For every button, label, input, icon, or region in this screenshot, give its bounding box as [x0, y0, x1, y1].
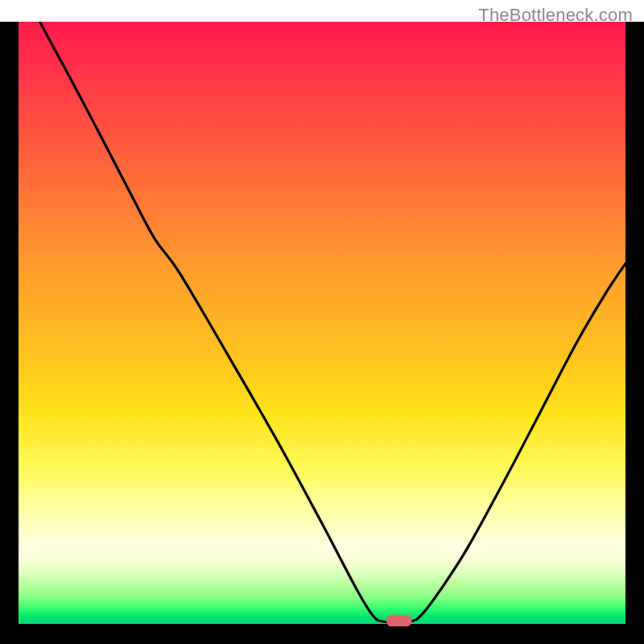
chart-frame: TheBottleneck.com [0, 0, 644, 644]
plot-area [19, 22, 625, 626]
watermark-text: TheBottleneck.com [478, 5, 633, 26]
bottleneck-curve [39, 22, 625, 622]
chart-svg [19, 22, 625, 626]
optimal-marker [386, 615, 412, 626]
